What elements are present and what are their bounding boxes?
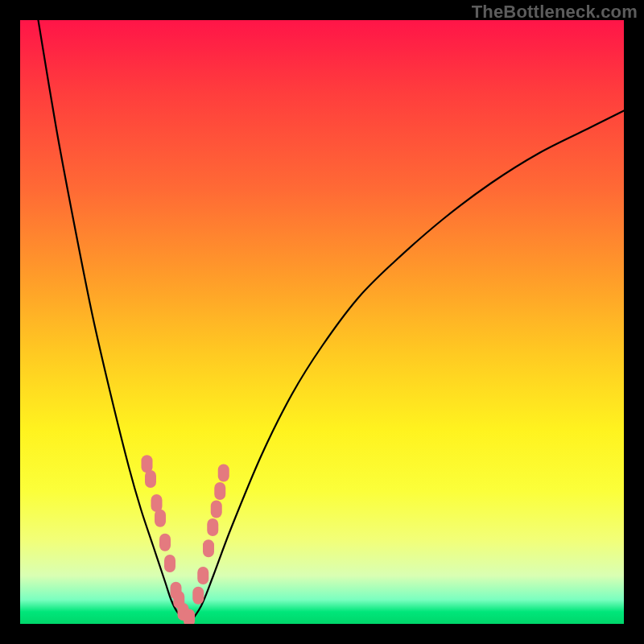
marker-point xyxy=(164,555,175,572)
chart-plot-area xyxy=(20,20,624,624)
marker-point xyxy=(155,510,166,527)
curve-right-branch xyxy=(189,111,624,625)
marker-point xyxy=(218,464,229,482)
chart-curve xyxy=(39,20,625,624)
marker-point xyxy=(192,587,204,605)
marker-point xyxy=(145,470,156,488)
marker-point xyxy=(142,455,153,473)
chart-markers xyxy=(142,455,229,624)
marker-point xyxy=(151,494,163,512)
marker-point xyxy=(203,539,214,557)
marker-point xyxy=(207,518,218,536)
curve-left-branch xyxy=(39,20,190,624)
marker-point xyxy=(211,501,222,518)
chart-svg xyxy=(20,20,624,624)
marker-point xyxy=(197,567,208,584)
marker-point xyxy=(184,609,195,625)
marker-point xyxy=(159,534,171,551)
marker-point xyxy=(214,482,225,500)
